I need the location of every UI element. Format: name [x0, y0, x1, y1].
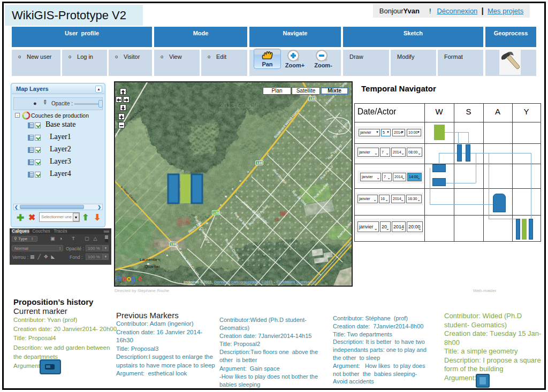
svg-text:Laurentien;: Laurentien;	[140, 257, 161, 262]
svg-text:Google: Google	[116, 274, 142, 283]
svg-text:2013 Google: 2013 Google	[219, 102, 259, 110]
svg-text:Quartier: Quartier	[144, 264, 160, 269]
svg-text:Imagerie ©2011, Données cartog: Imagerie ©2011, Données cartographiques …	[184, 280, 316, 285]
